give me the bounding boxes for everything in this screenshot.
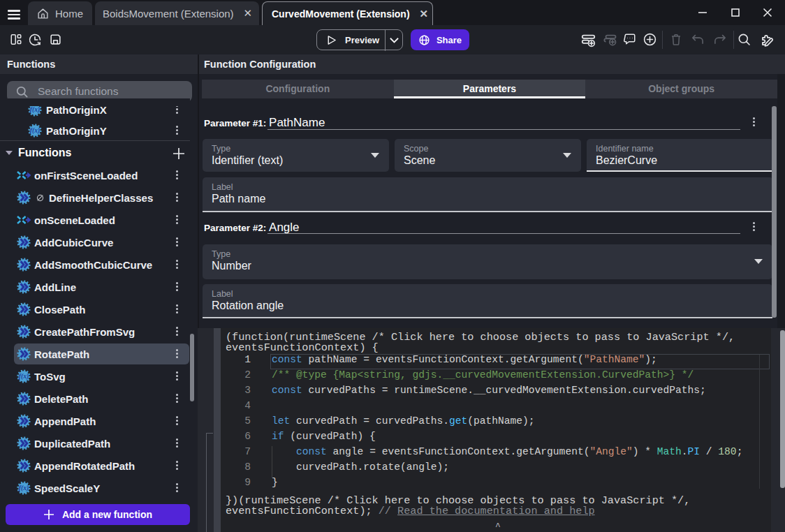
svg-text:f(x): f(x): [30, 105, 40, 114]
svg-text:f(x): f(x): [19, 372, 29, 380]
svg-text:f(x): f(x): [30, 126, 40, 135]
svg-text:f(x): f(x): [19, 484, 29, 492]
